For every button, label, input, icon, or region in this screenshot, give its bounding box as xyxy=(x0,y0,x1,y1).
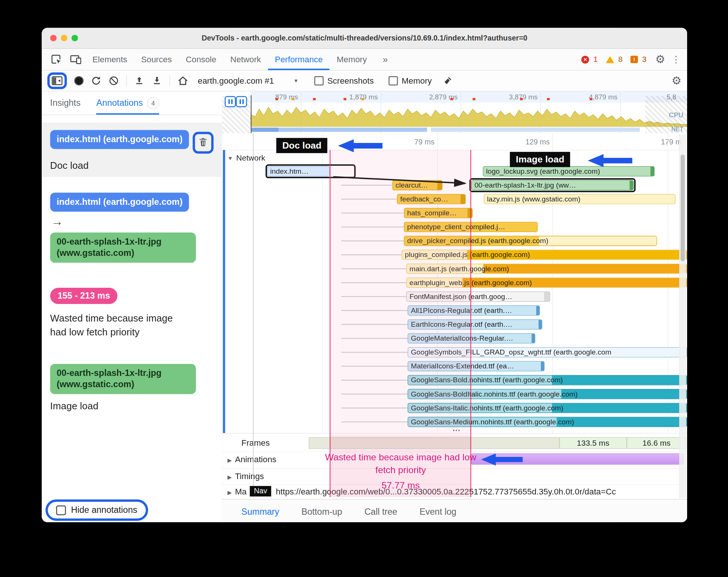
entry-chip-image[interactable]: 00-earth-splash-1x-ltr.jpg (www.gstatic.… xyxy=(50,364,196,394)
frames-track[interactable]: Frames 133.5 ms 16.6 ms xyxy=(222,433,687,452)
kebab-menu-icon[interactable]: ⋮ xyxy=(671,55,681,64)
network-request-bar[interactable]: feedback_co… xyxy=(397,194,466,204)
chevron-right-icon[interactable]: ▶ xyxy=(227,457,232,464)
entry-chip-image[interactable]: 00-earth-splash-1x-ltr.jpg (www.gstatic.… xyxy=(50,232,196,263)
network-request-bar[interactable]: 00-earth-splash-1x-ltr.jpg (ww… xyxy=(471,180,634,190)
clear-recording-icon[interactable] xyxy=(109,76,119,86)
network-request-bar[interactable]: GoogleSans-Medium.nohints.ttf (earth.goo… xyxy=(408,417,687,427)
request-bar-segment xyxy=(437,180,442,190)
annotations-count-badge: 4 xyxy=(147,97,159,109)
network-request-bar[interactable]: main.dart.js (earth.google.com) xyxy=(406,264,687,274)
tab-annotations[interactable]: Annotations 4 xyxy=(96,92,159,115)
tab-call-tree[interactable]: Call tree xyxy=(355,499,406,522)
network-request-bar[interactable]: MaterialIcons-Extended.ttf (ea… xyxy=(408,361,544,371)
request-bar-segment xyxy=(539,236,657,246)
network-request-bar[interactable]: GoogleSymbols_FILL_GRAD_opsz_wght.ttf (e… xyxy=(408,347,687,357)
record-button[interactable] xyxy=(74,76,84,86)
memory-checkbox-group[interactable]: Memory xyxy=(389,76,432,86)
minimap-selection-handle[interactable] xyxy=(251,95,251,133)
network-request-bar[interactable]: EarthIcons-Regular.otf (earth.… xyxy=(408,319,542,329)
tab-bottom-up[interactable]: Bottom-up xyxy=(292,499,352,522)
tab-elements[interactable]: Elements xyxy=(86,49,134,70)
garbage-collect-icon[interactable] xyxy=(442,76,453,86)
chevron-right-icon[interactable]: ▶ xyxy=(227,489,232,496)
network-rows: index.htm…logo_lockup.svg (earth.google.… xyxy=(222,150,687,433)
trash-icon[interactable] xyxy=(198,141,208,149)
annotation-item-image-load[interactable]: 00-earth-splash-1x-ltr.jpg (www.gstatic.… xyxy=(42,364,222,412)
download-profile-icon[interactable] xyxy=(152,76,162,86)
frame-segment[interactable]: 133.5 ms xyxy=(560,437,627,449)
devtools-window: DevTools - earth.google.com/static/multi… xyxy=(42,28,687,522)
scrollbar-thumb[interactable] xyxy=(681,155,685,261)
screenshots-checkbox[interactable] xyxy=(314,76,324,86)
memory-checkbox[interactable] xyxy=(389,76,398,86)
annotation-item-link[interactable]: index.html (earth.google.com) → 00-earth… xyxy=(42,192,222,263)
toggle-sidebar-icon[interactable] xyxy=(51,76,63,86)
timeline-minimap[interactable]: 879 ms 1,879 ms 2,879 ms 3,879 ms 4,879 … xyxy=(222,92,687,134)
request-bar-segment xyxy=(483,264,687,273)
network-request-bar[interactable]: GoogleSans-Bold.nohints.ttf (earth.googl… xyxy=(408,375,687,385)
tab-sources[interactable]: Sources xyxy=(134,49,179,70)
settings-gear-icon[interactable]: ⚙ xyxy=(655,54,665,65)
maximize-window-button[interactable] xyxy=(72,35,78,41)
tab-console[interactable]: Console xyxy=(179,49,223,70)
tab-insights[interactable]: Insights xyxy=(50,92,81,115)
tab-performance[interactable]: Performance xyxy=(268,49,330,70)
chevron-right-icon[interactable]: ▶ xyxy=(227,474,232,480)
target-dropdown-caret-icon[interactable]: ▼ xyxy=(293,78,298,84)
device-toolbar-icon[interactable] xyxy=(66,49,86,70)
network-request-bar[interactable]: FontManifest.json (earth.goog… xyxy=(406,292,551,302)
request-label: GoogleSymbols_FILL_GRAD_opsz_wght.ttf (e… xyxy=(408,348,614,356)
animations-title: Animations xyxy=(235,455,276,464)
reload-and-record-icon[interactable] xyxy=(91,76,101,86)
error-icon[interactable]: ✕ xyxy=(581,56,589,63)
screenshots-checkbox-group[interactable]: Screenshots xyxy=(314,76,374,86)
network-request-bar[interactable]: lazy.min.js (www.gstatic.com) xyxy=(484,194,675,204)
network-request-bar[interactable]: hats_compile… xyxy=(404,208,472,218)
entry-chip-document[interactable]: index.html (earth.google.com) xyxy=(50,192,189,211)
minimize-window-button[interactable] xyxy=(61,35,67,41)
network-request-bar[interactable]: GoogleSans-BoldItalic.nohints.ttf (earth… xyxy=(408,389,687,399)
entry-chip-document[interactable]: index.html (earth.google.com) xyxy=(50,130,189,149)
annotation-label: Doc load xyxy=(50,160,214,171)
request-label: phenotype_client_compiled.j… xyxy=(405,223,508,231)
tab-network[interactable]: Network xyxy=(223,49,268,70)
request-label: feedback_co… xyxy=(397,195,451,203)
timings-track[interactable]: ▶Timings xyxy=(222,468,687,484)
annotation-item-time-range[interactable]: 155 - 213 ms Wasted time because image h… xyxy=(42,288,222,340)
close-window-button[interactable] xyxy=(50,35,57,41)
upload-profile-icon[interactable] xyxy=(134,76,144,86)
frame-segment[interactable]: 16.6 ms xyxy=(627,437,686,449)
network-request-bar[interactable]: logo_lockup.svg (earth.google.com) xyxy=(483,166,655,176)
hide-annotations-checkbox[interactable] xyxy=(56,505,66,515)
toolbar-separator xyxy=(170,75,170,86)
network-request-bar[interactable]: plugins_compiled.js (earth.google.com) xyxy=(402,250,687,260)
network-request-bar[interactable]: phenotype_client_compiled.j… xyxy=(404,222,537,232)
home-icon[interactable] xyxy=(177,76,189,86)
time-range-chip[interactable]: 155 - 213 ms xyxy=(50,288,117,304)
issues-icon[interactable]: ! xyxy=(630,56,638,63)
network-request-bar[interactable]: GoogleMaterialIcons-Regular.… xyxy=(408,333,535,343)
breadcrumb-zoom-button[interactable] xyxy=(225,96,236,107)
network-request-bar[interactable]: All1PIcons-Regular.otf (earth.… xyxy=(408,305,540,316)
inspect-element-icon[interactable] xyxy=(47,49,66,70)
warning-icon[interactable] xyxy=(606,56,614,63)
network-request-bar[interactable]: earthplugin_web.js (earth.google.com) xyxy=(406,278,687,288)
annotation-item-doc-load[interactable]: index.html (earth.google.com) Doc load xyxy=(42,123,222,177)
network-request-bar[interactable]: GoogleSans-Italic.nohints.ttf (earth.goo… xyxy=(408,403,687,413)
tab-annotations-label: Annotations xyxy=(96,98,143,108)
target-selector[interactable]: earth.google.com #1 xyxy=(198,76,274,86)
cpu-activity-chart xyxy=(222,102,687,126)
vertical-scrollbar[interactable] xyxy=(679,134,686,498)
tab-event-log[interactable]: Event log xyxy=(410,499,466,522)
network-request-bar[interactable]: drive_picker_compiled.js (earth.google.c… xyxy=(404,236,657,246)
tab-summary[interactable]: Summary xyxy=(232,499,289,522)
breadcrumb-zoom-button[interactable] xyxy=(236,96,247,107)
request-label: All1PIcons-Regular.otf (earth.… xyxy=(408,307,515,315)
network-request-bar[interactable]: clearcut… xyxy=(392,180,442,190)
more-tabs-icon[interactable]: » xyxy=(376,49,395,70)
capture-settings-gear-icon[interactable]: ⚙ xyxy=(672,75,682,86)
frame-segment[interactable] xyxy=(309,437,560,449)
tab-memory[interactable]: Memory xyxy=(330,49,374,70)
network-request-bar[interactable]: index.htm… xyxy=(267,166,329,176)
